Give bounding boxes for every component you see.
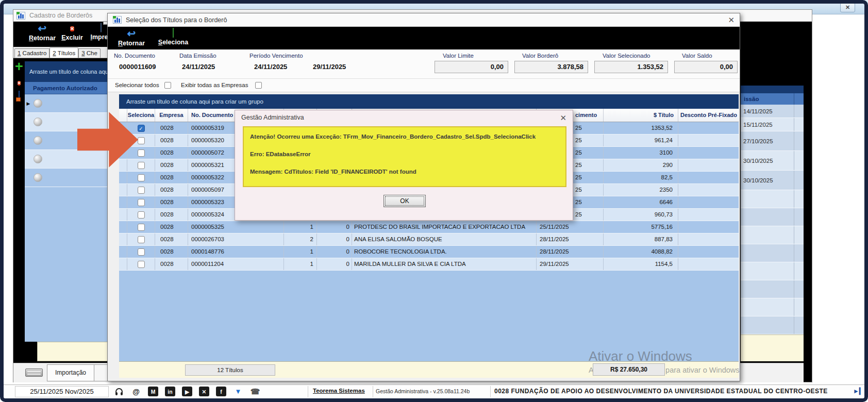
- radio-sphere-icon[interactable]: [34, 173, 42, 182]
- dialog-seleciona-button[interactable]: Seleciona: [155, 28, 191, 46]
- row-checkbox[interactable]: [138, 187, 145, 194]
- status-bar: 25/11/2025 Nov/2025 @Min▶✕f▼☎ Teorema Si…: [4, 384, 864, 398]
- close-icon[interactable]: ✕: [560, 114, 566, 122]
- empty-cell: [794, 171, 804, 190]
- emissao-row[interactable]: 15/11/2025: [741, 118, 804, 131]
- media-next-icon[interactable]: ►▎: [853, 388, 864, 395]
- titulo-row[interactable]: 0028000014877610ROBOCORE TECNOLOGIA LTDA…: [119, 246, 739, 258]
- row-checkbox[interactable]: [138, 137, 145, 144]
- retornar-button[interactable]: ↩ Retornar: [26, 23, 59, 42]
- dialog-app-icon: [113, 16, 122, 24]
- header-titulo[interactable]: $ Título: [604, 109, 678, 122]
- remove-button[interactable]: ✕: [13, 77, 25, 87]
- titulo-row[interactable]: 0028000002670320ANA ELISA SALOMÃO BOSQUE…: [119, 233, 739, 246]
- company-name: 0028 FUNDAÇÃO DE APOIO AO DESENVOLVIMENT…: [494, 388, 828, 395]
- return-arrow-icon: ↩: [26, 23, 59, 34]
- header-row-selector: [119, 109, 127, 122]
- pagamento-row[interactable]: [25, 113, 108, 131]
- group-band-right: [741, 86, 804, 93]
- emissao-grid: issão 14/11/202515/11/202527/10/202530/1…: [741, 86, 804, 361]
- headset-icon[interactable]: [114, 387, 124, 396]
- close-icon[interactable]: ✕: [728, 16, 735, 24]
- group-drag-band: Arraste um título de coluna aqui para cr…: [119, 94, 739, 109]
- window-title: Cadastro de Borderôs: [29, 12, 92, 19]
- emissao-header-row: issão: [741, 93, 804, 105]
- screen: ✕ Cadastro de Borderôs ↩ Retornar ✕ Excl…: [0, 0, 868, 402]
- emissao-row[interactable]: 14/11/2025: [741, 105, 804, 118]
- pagamento-row[interactable]: ▶: [25, 94, 108, 113]
- facebook-icon[interactable]: f: [216, 387, 226, 396]
- row-checkbox[interactable]: [138, 162, 145, 169]
- valor-saldo-label: Valor Saldo: [682, 53, 712, 59]
- selecionar-todos-label: Selecionar todos: [115, 82, 159, 88]
- keyboard-icon[interactable]: [25, 368, 43, 377]
- selecionar-todos-checkbox[interactable]: [164, 82, 171, 89]
- exibir-todas-checkbox[interactable]: [255, 82, 262, 89]
- pagamento-grid: Arraste um título de coluna aqui para cr…: [25, 61, 108, 342]
- social-icon-tray: @Min▶✕f▼☎: [114, 387, 267, 396]
- column-header-pagamento[interactable]: Pagamento Autorizado: [25, 82, 108, 94]
- column-header-next: [794, 93, 804, 105]
- linkedin-icon[interactable]: in: [165, 387, 175, 396]
- ok-button[interactable]: OK: [383, 195, 426, 207]
- titulo-row[interactable]: 0028000000532510PROTDESC DO BRASIL IMPOR…: [119, 221, 739, 233]
- valor-saldo-field[interactable]: 0,00: [674, 61, 738, 73]
- header-seleciona[interactable]: Seleciona: [127, 109, 155, 122]
- tab-cadastro[interactable]: 1 Cadastro: [14, 48, 49, 58]
- excluir-button[interactable]: ✕ Excluir: [59, 23, 86, 41]
- dialog-retornar-button[interactable]: ↩ Retornar: [115, 28, 148, 47]
- fax-icon[interactable]: ☎: [250, 387, 260, 396]
- titulo-row[interactable]: 0028000001120410MARILDA MULLER DA SILVA …: [119, 258, 739, 271]
- grid-empty-area: [119, 271, 739, 361]
- column-header-emissao[interactable]: issão: [741, 93, 794, 105]
- empty-cell: [794, 151, 804, 170]
- error-titlebar: Gestão Administrativa ✕: [235, 110, 573, 125]
- email-icon[interactable]: M: [148, 387, 158, 396]
- row-checkbox[interactable]: [138, 174, 145, 181]
- row-checkbox[interactable]: [138, 199, 145, 206]
- valor-limite-field[interactable]: 0,00: [435, 61, 508, 73]
- row-checkbox[interactable]: [138, 248, 145, 256]
- error-line-type: Erro: EDatabaseError: [250, 151, 311, 157]
- at-icon[interactable]: @: [131, 387, 141, 396]
- window-control-button[interactable]: ✕: [840, 3, 855, 12]
- return-arrow-icon: ↩: [115, 28, 148, 39]
- add-button[interactable]: +: [13, 60, 25, 73]
- emissao-row[interactable]: 27/10/2025: [741, 131, 804, 151]
- radio-sphere-icon[interactable]: [34, 99, 42, 108]
- row-checkbox[interactable]: ✓: [138, 125, 145, 132]
- radio-sphere-icon[interactable]: [34, 155, 42, 163]
- youtube-icon[interactable]: ▶: [182, 387, 192, 396]
- header-desconto[interactable]: Desconto Pré-Fixado: [678, 109, 739, 122]
- row-checkbox[interactable]: [138, 261, 145, 268]
- dialog-header-panel: No. Documento Data Emissão Período Venci…: [108, 49, 740, 79]
- emissao-empty-row: [741, 190, 804, 208]
- radio-sphere-icon[interactable]: [34, 118, 42, 126]
- grid-filter-row: [37, 342, 108, 361]
- emissao-footer: [741, 334, 804, 361]
- pagamento-row[interactable]: [25, 150, 108, 169]
- row-checkbox[interactable]: [138, 224, 145, 231]
- valor-limite-label: Valor Limite: [443, 53, 474, 59]
- periodo-vencimento-label: Período Vencimento: [249, 53, 303, 59]
- grid-view-button[interactable]: [13, 91, 25, 100]
- emissao-row[interactable]: 30/10/2025: [741, 171, 804, 190]
- valor-selecionado-field[interactable]: 1.353,52: [594, 61, 668, 73]
- row-checkbox[interactable]: [138, 211, 145, 219]
- telegram-icon[interactable]: ▼: [233, 387, 243, 396]
- row-checkbox[interactable]: [138, 149, 145, 157]
- tab-cheques[interactable]: 3 Che: [78, 48, 101, 58]
- valor-bordero-field[interactable]: 3.878,58: [514, 61, 588, 73]
- emissao-row[interactable]: 30/10/2025: [741, 151, 804, 171]
- tab-importacao[interactable]: Importação: [47, 364, 94, 381]
- retornar-label: Retornar: [26, 35, 59, 42]
- x-social-icon[interactable]: ✕: [199, 387, 209, 396]
- row-checkbox[interactable]: [138, 236, 145, 243]
- brand-link[interactable]: Teorema Sistemas: [313, 388, 365, 394]
- emissao-date: 15/11/2025: [741, 118, 794, 131]
- tab-empty[interactable]: [94, 364, 108, 381]
- pagamento-row[interactable]: [25, 169, 108, 187]
- tab-titulos[interactable]: 2 Títulos: [49, 47, 78, 58]
- header-empresa[interactable]: Empresa: [155, 109, 188, 122]
- radio-sphere-icon[interactable]: [34, 136, 42, 145]
